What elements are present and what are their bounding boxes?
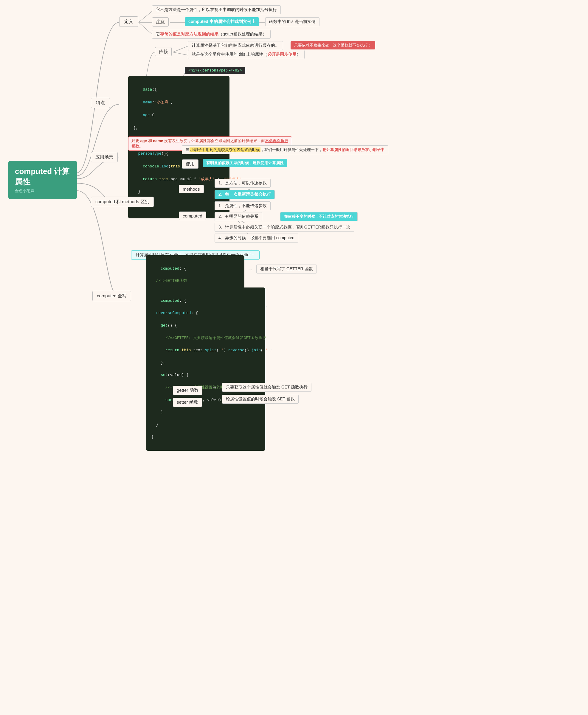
root-title: computed 计算属性 <box>15 166 70 187</box>
arrow1: → <box>252 19 257 25</box>
def4-text: 它存储的值是对应方法返回的结果（getter函数处理的结果） <box>152 30 271 39</box>
computed-diff-item2: 2、有明显的依赖关系 <box>215 212 262 221</box>
def1-text: 它不是方法是一个属性，所以在视图中调取的时候不能加括号执行 <box>152 5 281 14</box>
computed-diff-item3: 3、计算属性中必须关联一个响应式数据，否则GETTER函数只执行一次 <box>215 223 354 232</box>
def4-underline: 存储的值是对应方法返回的结果 <box>160 31 218 36</box>
branch-diff: computed 和 methods 区别 <box>91 197 154 207</box>
computed-label-diff: computed <box>179 212 206 220</box>
dep2-highlight: 只要依赖不发生改变，这个函数就不会执行； <box>291 41 375 49</box>
methods-item2: 2、每一次重新渲染都会执行 <box>215 190 275 199</box>
getter-desc: 只要获取这个属性值就会触发 GET 函数执行 <box>222 383 311 392</box>
branch-definition: 定义 <box>119 16 138 27</box>
svg-line-2 <box>139 22 152 34</box>
mind-map: computed 计算属性 金色小芝麻 定义 它不是方法是一个属性，所以在视图中… <box>0 0 588 715</box>
root-node: computed 计算属性 金色小芝麻 <box>8 161 77 199</box>
arrow-abbr: → <box>247 267 253 273</box>
setter-func-label: setter 函数 <box>173 398 202 407</box>
root-subtitle: 金色小芝麻 <box>15 188 70 194</box>
full-code-box: computed: { reverseComputed: { get() { /… <box>146 287 265 451</box>
computed-diff-item1: 1、是属性，不能传递参数 <box>215 201 271 210</box>
computed-diff-item4: 4、异步的时候，尽量不要选用 computed <box>215 234 298 242</box>
connectors-svg <box>0 0 588 715</box>
dep-label: 依赖 <box>155 47 172 56</box>
dep1-text: 计算属性是基于它们的响应式依赖进行缓存的。 <box>188 41 283 50</box>
abbreviated-note: 相当于只写了 GETTER 函数 <box>256 264 317 274</box>
this-desc-text: 函数中的 this 是当前实例 <box>265 17 319 26</box>
dep3-text: 就是在这个函数中使用的 this 上的属性（必须是同步使用） <box>188 50 304 59</box>
methods-item1: 1、是方法，可以传递参数 <box>215 179 271 188</box>
use-label: 使用 <box>182 159 198 169</box>
code-label-box: <h2>{{personType}}</h2> <box>185 67 245 74</box>
computed-mount-box: computed 中的属性会挂载到实例上 <box>185 17 259 26</box>
usecase1-text: 当小胡子中用到的是较复杂的表达式的时候，我们一般用计算属性先处理一下，把计算属性… <box>182 145 388 154</box>
getter-func-label: getter 函数 <box>173 386 202 395</box>
arrow-getter: → <box>212 384 217 391</box>
note-label: 注意 <box>152 17 169 26</box>
methods-label: methods <box>179 185 204 193</box>
svg-line-0 <box>139 11 152 22</box>
setter-desc: 给属性设置值的时候会触发 SET 函数 <box>222 395 299 404</box>
svg-line-6 <box>173 52 188 55</box>
arrow-setter: → <box>212 396 217 403</box>
branch-features: 特点 <box>91 98 110 108</box>
branch-usecase: 应用场景 <box>91 152 118 162</box>
computed-diff-item2-note: 在依赖不变的时候，不让对应的方法执行 <box>280 212 358 221</box>
branch-computed-full: computed 全写 <box>92 291 131 301</box>
usecase2-box: 有明显的依赖关系的时候，建议使用计算属性 <box>203 159 287 167</box>
svg-line-5 <box>173 46 188 52</box>
